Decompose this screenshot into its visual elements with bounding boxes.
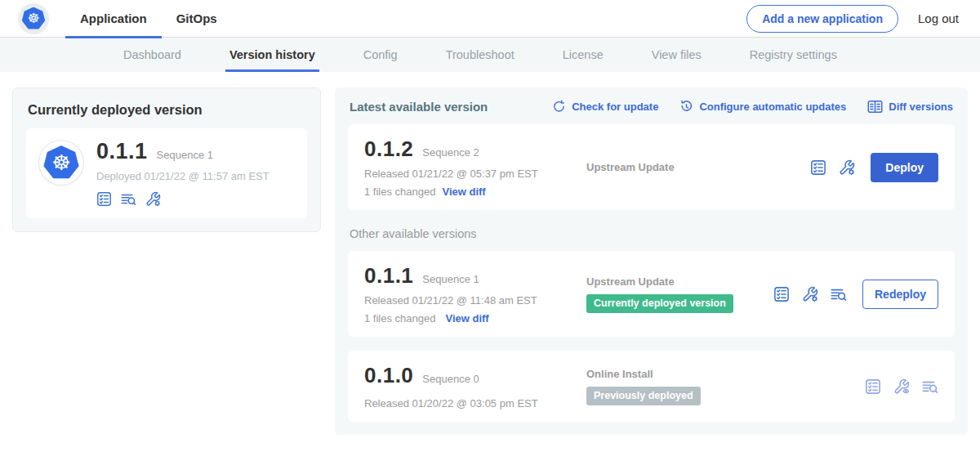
version-row-0-1-1: 0.1.1 Sequence 1 Released 01/21/22 @ 11:…	[348, 251, 955, 337]
version-row-actions: Deploy	[810, 153, 938, 182]
released-timestamp: Released 01/21/22 @ 05:37 pm EST	[364, 168, 575, 180]
deployed-sequence-label: Sequence 1	[157, 149, 213, 161]
version-info: 0.1.2 Sequence 2 Released 01/21/22 @ 05:…	[364, 137, 575, 198]
view-diff-link[interactable]: View diff	[442, 186, 485, 198]
currently-deployed-card: Currently deployed version ☸ 0.1.1 Seque…	[12, 87, 321, 232]
version-number: 0.1.0	[364, 363, 413, 388]
release-notes-icon[interactable]	[865, 378, 881, 395]
edit-config-icon[interactable]	[839, 159, 855, 176]
edit-config-icon[interactable]	[145, 191, 161, 207]
release-notes-icon[interactable]	[96, 191, 112, 207]
subnav-tab-registry-settings[interactable]: Registry settings	[749, 38, 838, 72]
deployed-version-number: 0.1.1	[96, 139, 148, 164]
source-label: Upstream Update	[586, 161, 810, 173]
check-for-update-label: Check for update	[572, 101, 658, 113]
other-available-versions-title: Other available versions	[350, 227, 953, 240]
refresh-icon	[552, 100, 566, 114]
configure-automatic-updates-link[interactable]: Configure automatic updates	[679, 100, 846, 114]
version-source: Upstream Update	[575, 161, 810, 173]
subnav-tab-version-history[interactable]: Version history	[229, 38, 316, 72]
subnav-tab-config[interactable]: Config	[363, 38, 399, 72]
currently-deployed-title: Currently deployed version	[28, 102, 305, 118]
header-actions: Add a new application Log out	[746, 5, 959, 33]
version-row-actions	[865, 378, 938, 395]
diff-versions-label: Diff versions	[889, 101, 953, 113]
release-notes-icon[interactable]	[773, 286, 790, 302]
deploy-button[interactable]: Deploy	[871, 153, 938, 182]
subnav-tab-dashboard[interactable]: Dashboard	[122, 38, 182, 72]
deploy-logs-icon[interactable]	[922, 378, 938, 395]
subnav-tab-view-files[interactable]: View files	[651, 38, 702, 72]
released-timestamp: Released 01/20/22 @ 03:05 pm EST	[364, 397, 575, 410]
currently-deployed-badge: Currently deployed version	[586, 294, 733, 313]
tab-gitops[interactable]: GitOps	[175, 0, 219, 38]
source-label: Upstream Update	[586, 275, 773, 288]
view-config-icon[interactable]	[893, 378, 910, 395]
deploy-logs-icon[interactable]	[121, 191, 136, 207]
version-info: 0.1.0 Sequence 0 Released 01/20/22 @ 03:…	[364, 363, 575, 410]
check-for-update-link[interactable]: Check for update	[552, 100, 658, 114]
subnav-tab-license[interactable]: License	[562, 38, 604, 72]
app-icon-ring: ☸	[39, 141, 83, 185]
previously-deployed-badge: Previously deployed	[586, 387, 701, 405]
version-number: 0.1.2	[364, 137, 413, 162]
kubernetes-app-icon: ☸	[43, 145, 79, 180]
diff-versions-link[interactable]: Diff versions	[867, 99, 953, 114]
app-header: ☸ Application GitOps Add a new applicati…	[0, 0, 980, 38]
version-info: 0.1.1 Sequence 1 Released 01/21/22 @ 11:…	[364, 263, 575, 324]
version-row-0-1-2: 0.1.2 Sequence 2 Released 01/21/22 @ 05:…	[348, 124, 955, 210]
subnav-tab-troubleshoot[interactable]: Troubleshoot	[445, 38, 515, 72]
version-source: Upstream Update Currently deployed versi…	[575, 275, 773, 313]
kubernetes-logo-icon: ☸	[22, 7, 46, 30]
files-changed-label: 1 files changed	[364, 312, 435, 324]
deployed-timestamp: Deployed 01/21/22 @ 11:57 am EST	[96, 170, 270, 182]
latest-available-title: Latest available version	[350, 100, 488, 114]
main-content: Currently deployed version ☸ 0.1.1 Seque…	[0, 72, 980, 450]
version-source: Online Install Previously deployed	[575, 368, 865, 405]
edit-config-icon[interactable]	[802, 286, 818, 302]
currently-deployed-version-card: ☸ 0.1.1 Sequence 1 Deployed 01/21/22 @ 1…	[26, 128, 307, 218]
sequence-label: Sequence 0	[422, 373, 479, 385]
version-actions: Check for update Configure automatic upd…	[552, 99, 953, 114]
available-versions-panel: Latest available version Check for updat…	[335, 87, 968, 435]
deployed-version-info: 0.1.1 Sequence 1 Deployed 01/21/22 @ 11:…	[96, 139, 270, 207]
sequence-label: Sequence 1	[422, 273, 479, 285]
redeploy-button[interactable]: Redeploy	[862, 280, 938, 309]
app-subnav: Dashboard Version history Config Trouble…	[0, 38, 980, 72]
schedule-update-icon	[679, 100, 693, 114]
add-new-application-button[interactable]: Add a new application	[746, 5, 898, 33]
configure-automatic-updates-label: Configure automatic updates	[699, 101, 846, 113]
diff-versions-icon	[867, 99, 883, 114]
view-diff-link[interactable]: View diff	[445, 312, 488, 324]
deploy-logs-icon[interactable]	[831, 286, 847, 302]
app-logo: ☸	[18, 3, 49, 34]
available-versions-header: Latest available version Check for updat…	[348, 97, 955, 114]
released-timestamp: Released 01/21/22 @ 11:48 am EST	[364, 294, 575, 307]
files-changed-label: 1 files changed	[364, 186, 435, 198]
release-notes-icon[interactable]	[810, 159, 826, 176]
header-tabs: Application GitOps	[65, 0, 232, 38]
version-row-actions: Redeploy	[773, 280, 938, 309]
tab-application[interactable]: Application	[78, 0, 149, 38]
version-row-0-1-0: 0.1.0 Sequence 0 Released 01/20/22 @ 03:…	[348, 351, 955, 422]
version-number: 0.1.1	[364, 263, 413, 289]
logout-button[interactable]: Log out	[918, 11, 959, 25]
sequence-label: Sequence 2	[422, 146, 479, 159]
source-label: Online Install	[586, 368, 865, 380]
